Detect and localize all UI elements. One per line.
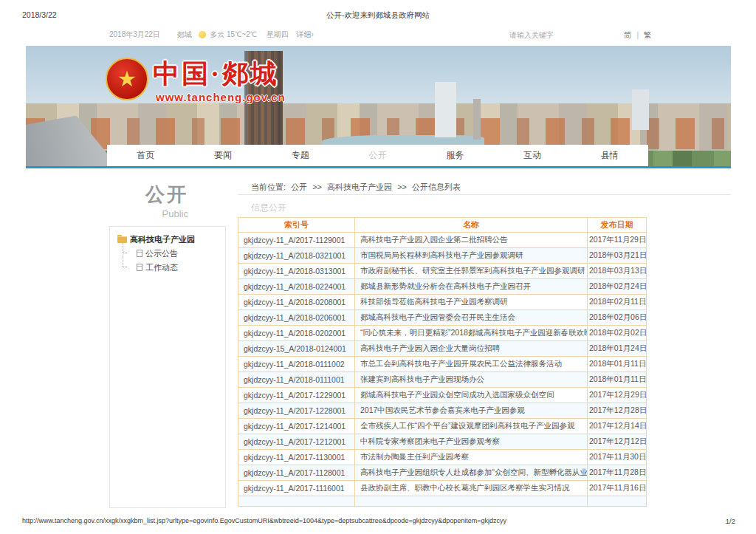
table-row: gkjdzcyy-11_A/2018-0208001科技部领导莅临高科技电子产业…: [238, 295, 647, 310]
cell-empty: [588, 496, 647, 507]
cell-name[interactable]: 高科技电子产业园入园企业第二批招聘公告: [355, 233, 588, 248]
breadcrumb-label: 当前位置:: [251, 182, 286, 191]
cell-date: 2017年12月12日: [588, 434, 647, 450]
table-row: gkjdzcyy-11_A/2017-12280012017中国农民艺术节参会嘉…: [238, 403, 647, 419]
cell-name[interactable]: “同心筑未来，明日更精彩”2018郯城高科技电子产业园迎新春联欢晚会隆重举行: [355, 326, 588, 341]
topbar-weather: 多云 15℃~2℃: [210, 30, 257, 38]
banner-tower: [435, 82, 456, 137]
table-row: gkjdzcyy-11_A/2017-1128001高科技电子产业园组织专人赴成…: [238, 465, 647, 481]
table-row-empty: [238, 496, 647, 507]
table-row: gkjdzcyy-11_A/2018-0313001市政府副秘书长、研究室主任郭…: [238, 264, 647, 279]
breadcrumb: 当前位置: 公开 >> 高科技电子产业园 >> 公开信息列表: [251, 182, 464, 193]
cell-id: gkjdzcyy-11_A/2018-0321001: [238, 248, 355, 264]
cell-name[interactable]: 高科技电子产业园入园企业大量岗位招聘: [355, 341, 588, 357]
tree-item-work-updates[interactable]: 工作动态: [117, 262, 221, 273]
cell-name[interactable]: 全市残疾人工作“四个平台”建设观摩团到高科技电子产业园参观: [355, 419, 588, 434]
cell-date: 2018年02月11日: [588, 295, 647, 310]
table-row: gkjdzcyy-11_A/2017-1116001县政协副主席、职教中心校长葛…: [238, 481, 647, 496]
banner-chimney: [473, 99, 481, 140]
breadcrumb-public[interactable]: 公开: [291, 182, 307, 191]
cell-id: gkjdzcyy-11_A/2018-0111002: [238, 357, 355, 372]
table-header-row: 索引号 名称 发布日期: [238, 218, 647, 233]
cell-id: gkjdzcyy-11_A/2017-1130001: [238, 450, 355, 465]
header-date: 发布日期: [588, 218, 647, 233]
cell-date: 2017年12月14日: [588, 419, 647, 434]
cell-date: 2018年02月24日: [588, 279, 647, 295]
sidebar-tree: 高科技电子产业园 公示公告 工作动态: [109, 226, 226, 508]
cell-name[interactable]: 郯城高科技电子产业园众创空间成功入选国家级众创空间: [355, 388, 588, 403]
cell-name[interactable]: 市国税局局长程林到高科技电子产业园参观调研: [355, 248, 588, 264]
nav-item-public[interactable]: 公开: [339, 145, 416, 166]
site-name: 中国·郯城: [153, 56, 279, 92]
nav-item-topics[interactable]: 专题: [261, 145, 339, 166]
cell-date: 2017年12月29日: [588, 388, 647, 403]
table-row: gkjdzcyy-11_A/2017-1130001市法制办陶曼主任到产业园考察…: [238, 450, 647, 465]
sidebar-header: 公开 Public: [109, 182, 188, 219]
info-table-body: gkjdzcyy-11_A/2017-1129001高科技电子产业园入园企业第二…: [238, 233, 647, 507]
breadcrumb-current: 公开信息列表: [412, 182, 461, 191]
cell-name[interactable]: 郯城高科技电子产业园管委会召开民主生活会: [355, 310, 588, 326]
cell-id: gkjdzcyy-11_A/2017-1228001: [238, 403, 355, 419]
cell-id: gkjdzcyy-11_A/2018-0111001: [238, 372, 355, 388]
cell-date: 2018年01月11日: [588, 372, 647, 388]
tree-root-label: 高科技电子产业园: [130, 235, 195, 244]
cell-name[interactable]: 2017中国农民艺术节参会嘉宾来电子产业园参观: [355, 403, 588, 419]
cell-id: gkjdzcyy-11_A/2017-1129001: [238, 233, 355, 248]
cell-name[interactable]: 张建宾到高科技电子产业园现场办公: [355, 372, 588, 388]
cell-name[interactable]: 市政府副秘书长、研究室主任郭景军到高科技电子产业园参观调研: [355, 264, 588, 279]
tree-item-announcements[interactable]: 公示公告: [117, 248, 221, 259]
cell-id: gkjdzcyy-11_A/2018-0224001: [238, 279, 355, 295]
nav-item-interaction[interactable]: 互动: [494, 145, 571, 166]
table-row: gkjdzcyy-15_A/2018-0124001高科技电子产业园入园企业大量…: [238, 341, 647, 357]
doc-icon: [137, 264, 142, 271]
cell-name[interactable]: 科技部领导莅临高科技电子产业园考察调研: [355, 295, 588, 310]
cell-name[interactable]: 市总工会到高科技电子产业园开展农民工公益法律服务活动: [355, 357, 588, 372]
table-row: gkjdzcyy-11_A/2017-1129001高科技电子产业园入园企业第二…: [238, 233, 647, 248]
nav-item-county[interactable]: 县情: [571, 145, 648, 166]
doc-icon: [137, 250, 142, 257]
topbar: 2018年3月22日 郯城 多云 15℃~2℃ 星期四 详细›: [109, 30, 314, 40]
table-row: gkjdzcyy-11_A/2017-1214001全市残疾人工作“四个平台”建…: [238, 419, 647, 434]
breadcrumb-park[interactable]: 高科技电子产业园: [327, 182, 392, 191]
section-title: 信息公开: [251, 202, 286, 214]
cell-id: gkjdzcyy-11_A/2017-1116001: [238, 481, 355, 496]
tree-item-industrial-park[interactable]: 高科技电子产业园: [117, 234, 221, 245]
cell-date: 2018年02月06日: [588, 310, 647, 326]
cell-id: gkjdzcyy-15_A/2018-0124001: [238, 341, 355, 357]
language-toggle: 简 | 繁: [622, 30, 653, 41]
cell-empty: [355, 496, 588, 507]
cell-name[interactable]: 市法制办陶曼主任到产业园考察: [355, 450, 588, 465]
nav-item-news[interactable]: 要闻: [185, 145, 262, 166]
header-index: 索引号: [238, 218, 355, 233]
lang-traditional-button[interactable]: 繁: [644, 30, 652, 39]
sun-icon: [199, 31, 206, 38]
topbar-weekday: 星期四: [267, 30, 289, 38]
breadcrumb-separator: >>: [312, 182, 322, 191]
cell-id: gkjdzcyy-11_A/2018-0313001: [238, 264, 355, 279]
lang-simplified-button[interactable]: 简: [624, 30, 632, 39]
cell-date: 2017年11月30日: [588, 450, 647, 465]
cell-name[interactable]: 郯城县新形势就业分析会在高科技电子产业园召开: [355, 279, 588, 295]
print-page-number: 1/2: [726, 517, 735, 525]
main-nav: 首页 要闻 专题 公开 服务 互动 县情: [107, 145, 648, 166]
cell-date: 2018年03月21日: [588, 248, 647, 264]
nav-item-home[interactable]: 首页: [107, 145, 185, 166]
cell-id: gkjdzcyy-11_A/2018-0208001: [238, 295, 355, 310]
cell-date: 2017年11月28日: [588, 465, 647, 481]
breadcrumb-divider: [238, 194, 731, 195]
cell-name[interactable]: 县政协副主席、职教中心校长葛兆广到园区考察学生实习情况: [355, 481, 588, 496]
tree-child-label: 工作动态: [145, 263, 178, 272]
table-row: gkjdzcyy-11_A/2017-1212001中科院专家考察团来电子产业园…: [238, 434, 647, 450]
info-table: 索引号 名称 发布日期 gkjdzcyy-11_A/2017-1129001高科…: [238, 217, 647, 507]
cell-id: gkjdzcyy-11_A/2017-1214001: [238, 419, 355, 434]
national-emblem-icon: ★: [106, 58, 148, 100]
cell-name[interactable]: 中科院专家考察团来电子产业园参观考察: [355, 434, 588, 450]
search-input[interactable]: [509, 28, 605, 41]
cell-id: gkjdzcyy-11_A/2017-1229001: [238, 388, 355, 403]
nav-item-services[interactable]: 服务: [416, 145, 494, 166]
site-banner: ★ 中国·郯城 www.tancheng.gov.cn 首页 要闻 专题 公开 …: [26, 46, 731, 166]
sidebar-subtitle: Public: [109, 208, 188, 219]
weather-detail-link[interactable]: 详细›: [297, 30, 314, 38]
print-url: http://www.tancheng.gov.cn/xxgk/xxgkbm_l…: [22, 517, 506, 524]
cell-name[interactable]: 高科技电子产业园组织专人赴成都参加“众创空间、新型孵化器从业人才”培训: [355, 465, 588, 481]
